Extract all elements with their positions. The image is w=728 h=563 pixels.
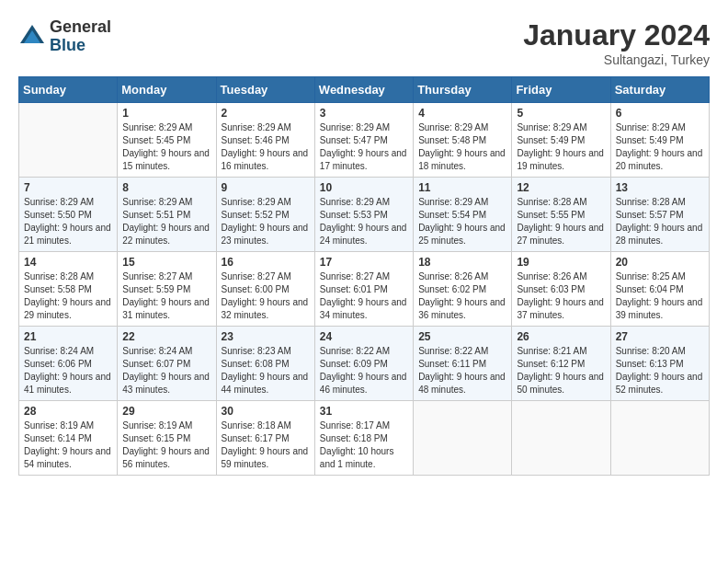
daylight-text: Daylight: 9 hours and 52 minutes. <box>616 372 703 395</box>
daylight-text: Daylight: 9 hours and 19 minutes. <box>517 148 604 171</box>
daylight-text: Daylight: 9 hours and 31 minutes. <box>122 297 210 320</box>
daylight-text: Daylight: 9 hours and 41 minutes. <box>24 372 111 395</box>
calendar-cell: 31 Sunrise: 8:17 AM Sunset: 6:18 PM Dayl… <box>314 401 413 476</box>
sunrise-text: Sunrise: 8:29 AM <box>222 197 291 207</box>
day-number: 26 <box>517 330 605 343</box>
calendar-cell: 18 Sunrise: 8:26 AM Sunset: 6:02 PM Dayl… <box>414 252 512 327</box>
sunrise-text: Sunrise: 8:20 AM <box>616 346 686 356</box>
daylight-text: Daylight: 9 hours and 18 minutes. <box>418 148 506 171</box>
day-info: Sunrise: 8:29 AM Sunset: 5:45 PM Dayligh… <box>122 121 210 173</box>
calendar-cell: 23 Sunrise: 8:23 AM Sunset: 6:08 PM Dayl… <box>216 327 314 401</box>
daylight-text: Daylight: 9 hours and 50 minutes. <box>517 372 604 395</box>
day-info: Sunrise: 8:17 AM Sunset: 6:18 PM Dayligh… <box>320 419 408 471</box>
sunrise-text: Sunrise: 8:27 AM <box>122 271 192 282</box>
daylight-text: Daylight: 9 hours and 43 minutes. <box>122 372 210 395</box>
daylight-text: Daylight: 9 hours and 16 minutes. <box>222 148 309 171</box>
sunrise-text: Sunrise: 8:18 AM <box>222 420 291 431</box>
sunrise-text: Sunrise: 8:29 AM <box>122 122 192 132</box>
sunset-text: Sunset: 6:13 PM <box>616 359 684 369</box>
col-thursday: Thursday <box>414 77 512 103</box>
sunset-text: Sunset: 5:46 PM <box>222 135 290 145</box>
calendar-cell: 4 Sunrise: 8:29 AM Sunset: 5:48 PM Dayli… <box>414 103 512 178</box>
day-info: Sunrise: 8:27 AM Sunset: 6:01 PM Dayligh… <box>320 270 408 322</box>
daylight-text: Daylight: 9 hours and 28 minutes. <box>616 223 703 246</box>
daylight-text: Daylight: 9 hours and 37 minutes. <box>517 297 604 320</box>
day-info: Sunrise: 8:29 AM Sunset: 5:54 PM Dayligh… <box>418 196 506 247</box>
calendar-cell: 10 Sunrise: 8:29 AM Sunset: 5:53 PM Dayl… <box>314 178 413 252</box>
sunrise-text: Sunrise: 8:21 AM <box>517 346 586 356</box>
day-info: Sunrise: 8:20 AM Sunset: 6:13 PM Dayligh… <box>616 345 704 396</box>
day-number: 30 <box>222 405 310 418</box>
sunset-text: Sunset: 6:18 PM <box>320 433 388 443</box>
sunset-text: Sunset: 6:06 PM <box>24 359 92 369</box>
day-number: 16 <box>222 256 310 269</box>
logo-text: General Blue <box>50 18 111 55</box>
calendar-cell: 21 Sunrise: 8:24 AM Sunset: 6:06 PM Dayl… <box>19 327 118 401</box>
day-number: 3 <box>320 107 408 120</box>
sunrise-text: Sunrise: 8:27 AM <box>320 271 390 282</box>
day-number: 11 <box>418 181 506 194</box>
calendar-cell: 28 Sunrise: 8:19 AM Sunset: 6:14 PM Dayl… <box>19 401 118 476</box>
calendar-cell: 3 Sunrise: 8:29 AM Sunset: 5:47 PM Dayli… <box>314 103 413 178</box>
day-number: 28 <box>24 405 112 418</box>
day-number: 7 <box>24 181 112 194</box>
sunset-text: Sunset: 5:52 PM <box>222 210 290 220</box>
calendar-table: Sunday Monday Tuesday Wednesday Thursday… <box>18 76 710 476</box>
sunrise-text: Sunrise: 8:22 AM <box>418 346 488 356</box>
sunrise-text: Sunrise: 8:29 AM <box>418 122 488 132</box>
calendar-cell: 27 Sunrise: 8:20 AM Sunset: 6:13 PM Dayl… <box>610 327 709 401</box>
daylight-text: Daylight: 9 hours and 20 minutes. <box>616 148 703 171</box>
day-number: 27 <box>616 330 704 343</box>
calendar-cell: 22 Sunrise: 8:24 AM Sunset: 6:07 PM Dayl… <box>118 327 216 401</box>
calendar-header: Sunday Monday Tuesday Wednesday Thursday… <box>19 77 710 103</box>
calendar-cell: 30 Sunrise: 8:18 AM Sunset: 6:17 PM Dayl… <box>216 401 314 476</box>
sunrise-text: Sunrise: 8:25 AM <box>616 271 686 282</box>
day-number: 5 <box>517 107 605 120</box>
daylight-text: Daylight: 9 hours and 24 minutes. <box>320 223 407 246</box>
sunrise-text: Sunrise: 8:19 AM <box>122 420 192 431</box>
logo-icon <box>18 23 46 51</box>
calendar-cell <box>414 401 512 476</box>
day-number: 13 <box>616 181 704 194</box>
daylight-text: Daylight: 9 hours and 48 minutes. <box>418 372 506 395</box>
sunrise-text: Sunrise: 8:24 AM <box>122 346 192 356</box>
col-monday: Monday <box>118 77 216 103</box>
day-number: 20 <box>616 256 704 269</box>
sunset-text: Sunset: 5:49 PM <box>517 135 585 145</box>
day-info: Sunrise: 8:29 AM Sunset: 5:48 PM Dayligh… <box>418 121 506 173</box>
day-info: Sunrise: 8:18 AM Sunset: 6:17 PM Dayligh… <box>222 419 310 471</box>
calendar-cell: 16 Sunrise: 8:27 AM Sunset: 6:00 PM Dayl… <box>216 252 314 327</box>
day-number: 8 <box>122 181 210 194</box>
daylight-text: Daylight: 9 hours and 29 minutes. <box>24 297 111 320</box>
sunset-text: Sunset: 6:11 PM <box>418 359 486 369</box>
logo-blue: Blue <box>50 37 111 55</box>
sunrise-text: Sunrise: 8:29 AM <box>616 122 686 132</box>
sunrise-text: Sunrise: 8:26 AM <box>418 271 488 282</box>
day-info: Sunrise: 8:27 AM Sunset: 5:59 PM Dayligh… <box>122 270 210 322</box>
calendar-cell: 7 Sunrise: 8:29 AM Sunset: 5:50 PM Dayli… <box>19 178 118 252</box>
calendar-cell: 2 Sunrise: 8:29 AM Sunset: 5:46 PM Dayli… <box>216 103 314 178</box>
daylight-text: Daylight: 9 hours and 56 minutes. <box>122 446 210 469</box>
day-info: Sunrise: 8:29 AM Sunset: 5:53 PM Dayligh… <box>320 196 408 247</box>
sunrise-text: Sunrise: 8:27 AM <box>222 271 291 282</box>
sunset-text: Sunset: 6:12 PM <box>517 359 585 369</box>
logo-general: General <box>50 18 111 37</box>
day-number: 14 <box>24 256 112 269</box>
daylight-text: Daylight: 9 hours and 46 minutes. <box>320 372 407 395</box>
sunrise-text: Sunrise: 8:26 AM <box>517 271 586 282</box>
calendar-cell: 6 Sunrise: 8:29 AM Sunset: 5:49 PM Dayli… <box>610 103 709 178</box>
daylight-text: Daylight: 9 hours and 34 minutes. <box>320 297 407 320</box>
calendar-cell: 17 Sunrise: 8:27 AM Sunset: 6:01 PM Dayl… <box>314 252 413 327</box>
daylight-text: Daylight: 9 hours and 44 minutes. <box>222 372 309 395</box>
day-info: Sunrise: 8:29 AM Sunset: 5:50 PM Dayligh… <box>24 196 112 247</box>
calendar-cell <box>512 401 610 476</box>
calendar-cell: 26 Sunrise: 8:21 AM Sunset: 6:12 PM Dayl… <box>512 327 610 401</box>
page-header: General Blue January 2024 Sultangazi, Tu… <box>18 18 710 67</box>
sunset-text: Sunset: 5:55 PM <box>517 210 585 220</box>
sunset-text: Sunset: 6:01 PM <box>320 284 388 294</box>
calendar-cell: 9 Sunrise: 8:29 AM Sunset: 5:52 PM Dayli… <box>216 178 314 252</box>
sunrise-text: Sunrise: 8:29 AM <box>320 122 390 132</box>
calendar-cell: 12 Sunrise: 8:28 AM Sunset: 5:55 PM Dayl… <box>512 178 610 252</box>
day-number: 18 <box>418 256 506 269</box>
day-info: Sunrise: 8:19 AM Sunset: 6:14 PM Dayligh… <box>24 419 112 471</box>
